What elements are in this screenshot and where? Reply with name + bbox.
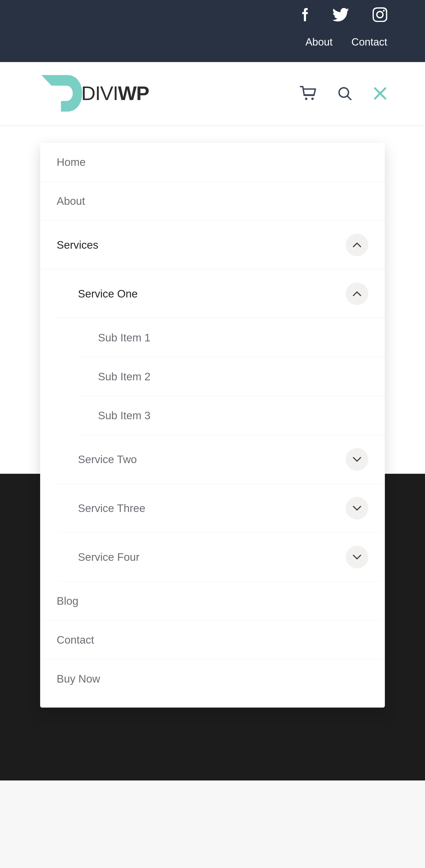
svg-point-1 [305,97,307,100]
menu-label: Contact [57,633,94,646]
menu-label: Blog [57,594,78,607]
menu-item-sub-1[interactable]: Sub Item 1 [77,318,385,357]
menu-label: About [57,195,85,207]
header-actions [300,86,387,101]
menu-item-about[interactable]: About [40,182,385,221]
menu-label: Service Four [78,551,140,563]
menu-item-sub-3[interactable]: Sub Item 3 [77,396,385,435]
menu-item-service-one[interactable]: Service One [57,270,385,318]
menu-item-contact[interactable]: Contact [40,621,385,659]
menu-item-service-two[interactable]: Service Two [57,435,385,484]
social-icons [301,7,387,23]
chevron-up-icon[interactable] [346,282,368,305]
menu-label: Sub Item 3 [98,409,150,422]
menu-item-services[interactable]: Services [40,221,385,270]
menu-item-service-three[interactable]: Service Three [57,484,385,533]
menu-label: Sub Item 1 [98,331,150,344]
top-nav: About Contact [305,36,387,48]
logo-text: DIVIWP [81,82,149,105]
svg-point-2 [311,97,314,100]
logo-mark-icon [40,75,83,112]
menu-label: Service Three [78,502,145,515]
menu-label: Service Two [78,453,137,466]
logo[interactable]: DIVIWP [40,75,149,112]
menu-item-blog[interactable]: Blog [40,582,385,621]
twitter-icon[interactable] [333,8,349,23]
instagram-icon[interactable] [373,7,387,23]
menu-item-buy-now[interactable]: Buy Now [40,659,385,698]
menu-label: Sub Item 2 [98,370,150,383]
menu-label: Service One [78,287,138,300]
chevron-down-icon[interactable] [346,546,368,568]
chevron-up-icon[interactable] [346,234,368,256]
svg-point-0 [383,10,385,11]
chevron-down-icon[interactable] [346,497,368,520]
menu-label: Buy Now [57,673,100,685]
mobile-menu-panel: Home About Services Service One Sub Item… [40,143,385,708]
topnav-contact[interactable]: Contact [351,36,387,48]
cart-icon[interactable] [300,86,316,101]
menu-item-service-four[interactable]: Service Four [57,533,385,582]
header: DIVIWP [0,62,425,125]
search-icon[interactable] [338,86,352,100]
menu-item-home[interactable]: Home [40,143,385,182]
top-bar: About Contact [0,0,425,62]
facebook-icon[interactable] [301,7,309,23]
chevron-down-icon[interactable] [346,448,368,471]
svg-line-4 [347,96,351,99]
close-icon[interactable] [373,86,387,100]
menu-item-sub-2[interactable]: Sub Item 2 [77,357,385,396]
menu-label: Home [57,156,86,168]
menu-label: Services [57,239,98,251]
topnav-about[interactable]: About [305,36,333,48]
